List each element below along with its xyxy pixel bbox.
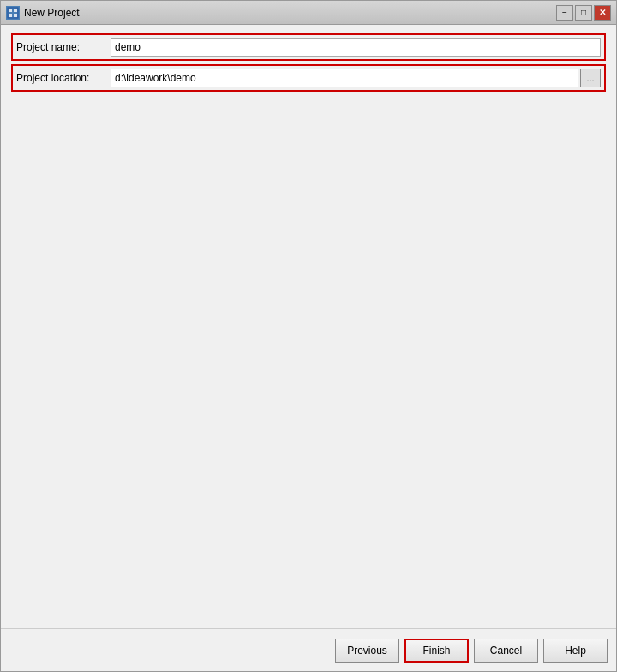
close-button[interactable]: ✕ [594, 5, 611, 21]
title-bar-controls: − □ ✕ [556, 5, 611, 21]
window-icon [6, 6, 20, 20]
title-bar: New Project − □ ✕ [1, 1, 616, 25]
project-location-input[interactable] [111, 69, 578, 87]
svg-rect-4 [14, 14, 17, 17]
title-bar-left: New Project [6, 6, 80, 20]
main-content-area [11, 95, 606, 620]
content-area: Project name: Project location: ... [1, 25, 616, 628]
finish-button[interactable]: Finish [404, 639, 469, 663]
browse-button[interactable]: ... [580, 69, 601, 87]
button-bar: Previous Finish Cancel Help [1, 628, 616, 671]
project-name-row: Project name: [11, 33, 606, 61]
project-name-input[interactable] [111, 38, 601, 57]
svg-rect-2 [14, 9, 17, 12]
window-title: New Project [24, 7, 80, 19]
project-location-row: Project location: ... [11, 64, 606, 92]
minimize-button[interactable]: − [556, 5, 573, 21]
previous-button[interactable]: Previous [335, 639, 399, 663]
maximize-button[interactable]: □ [575, 5, 592, 21]
help-button[interactable]: Help [543, 639, 608, 663]
svg-rect-3 [9, 14, 12, 17]
project-name-label: Project name: [16, 41, 111, 53]
project-location-label: Project location: [16, 72, 111, 84]
new-project-dialog: New Project − □ ✕ Project name: Project … [0, 0, 617, 672]
svg-rect-1 [9, 9, 12, 12]
cancel-button[interactable]: Cancel [474, 639, 538, 663]
